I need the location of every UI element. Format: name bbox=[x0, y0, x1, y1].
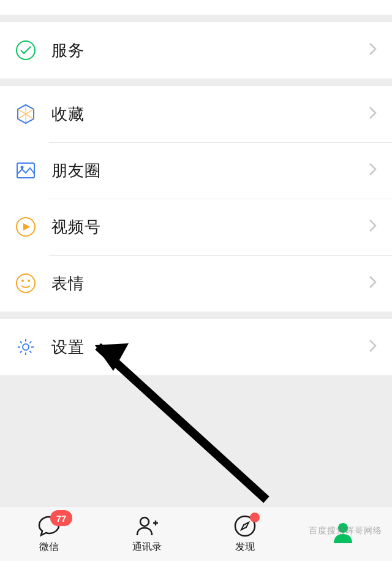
menu-item-favorites[interactable]: 收藏 bbox=[0, 86, 392, 142]
chat-icon: 77 bbox=[37, 514, 61, 538]
menu-label: 视频号 bbox=[51, 216, 369, 238]
menu-item-services[interactable]: 服务 bbox=[0, 22, 392, 78]
tab-label: 通讯录 bbox=[132, 541, 162, 554]
channels-icon bbox=[15, 216, 37, 238]
svg-point-5 bbox=[21, 280, 24, 282]
menu-item-settings[interactable]: 设置 bbox=[0, 319, 392, 375]
chevron-right-icon bbox=[369, 106, 377, 122]
notification-dot bbox=[250, 513, 260, 522]
menu-label: 表情 bbox=[51, 273, 369, 294]
service-icon bbox=[15, 39, 37, 61]
chevron-right-icon bbox=[369, 162, 377, 178]
svg-point-4 bbox=[17, 274, 35, 292]
svg-point-7 bbox=[23, 344, 29, 350]
contacts-icon bbox=[135, 514, 159, 538]
settings-icon bbox=[15, 336, 37, 358]
chevron-right-icon bbox=[369, 219, 377, 235]
chevron-right-icon bbox=[369, 339, 377, 355]
menu-label: 服务 bbox=[51, 40, 369, 61]
unread-badge: 77 bbox=[50, 510, 72, 526]
tab-contacts[interactable]: 通讯录 bbox=[98, 506, 196, 561]
svg-point-8 bbox=[140, 517, 149, 526]
svg-point-0 bbox=[17, 41, 35, 59]
chevron-right-icon bbox=[369, 42, 377, 58]
menu-item-stickers[interactable]: 表情 bbox=[0, 255, 392, 311]
menu-label: 收藏 bbox=[51, 104, 369, 125]
sticker-icon bbox=[15, 272, 37, 294]
svg-point-2 bbox=[21, 166, 24, 169]
menu-item-moments[interactable]: 朋友圈 bbox=[0, 142, 392, 199]
tab-label: 微信 bbox=[39, 541, 59, 554]
tab-label: 发现 bbox=[235, 541, 255, 554]
favorites-icon bbox=[15, 103, 37, 125]
watermark-text: 百度搜索晖哥网络 bbox=[309, 525, 382, 536]
moments-icon bbox=[15, 159, 37, 181]
menu-group-3: 设置 bbox=[0, 319, 392, 375]
tab-discover[interactable]: 发现 bbox=[196, 506, 294, 561]
menu-group-2: 收藏 朋友圈 bbox=[0, 86, 392, 311]
chevron-right-icon bbox=[369, 275, 377, 291]
discover-icon bbox=[233, 514, 257, 538]
menu-label: 朋友圈 bbox=[51, 160, 369, 181]
menu-item-channels[interactable]: 视频号 bbox=[0, 199, 392, 255]
menu-label: 设置 bbox=[51, 337, 369, 358]
svg-point-6 bbox=[28, 280, 30, 282]
tab-chats[interactable]: 77 微信 bbox=[0, 506, 98, 561]
menu-group-1: 服务 bbox=[0, 22, 392, 78]
